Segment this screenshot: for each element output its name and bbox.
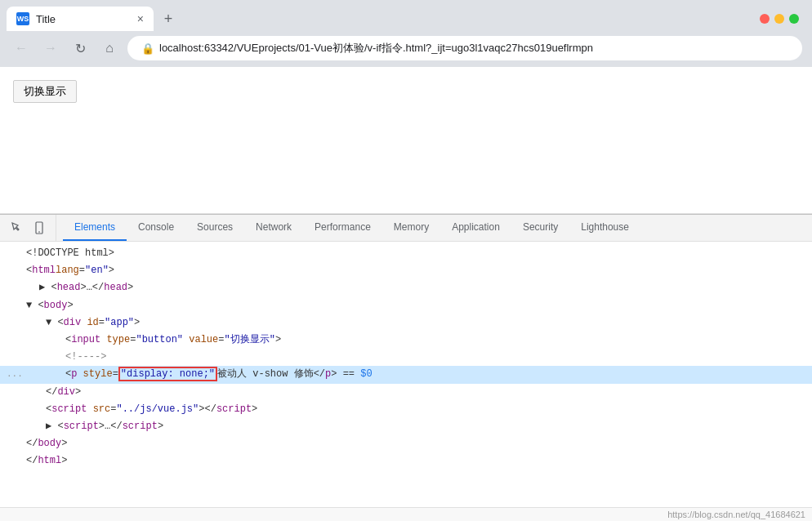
browser-window: WS Title × + ← → ↻ ⌂ 🔒 localhost:63342/V… [0,0,812,521]
address-bar: ← → ↻ ⌂ 🔒 localhost:63342/VUEprojects/01… [0,31,812,67]
tab-sources[interactable]: Sources [185,215,244,241]
tab-network[interactable]: Network [244,215,303,241]
home-button[interactable]: ⌂ [98,37,121,60]
devtools-tabs: Elements Console Sources Network Perform… [63,215,805,241]
code-line-script2[interactable]: ▶ <script>…</script> [0,418,812,435]
code-line-div-close: </div> [0,384,812,401]
devtools-panel: Elements Console Sources Network Perform… [0,214,812,507]
new-tab-button[interactable]: + [157,7,180,30]
tab-performance[interactable]: Performance [303,215,382,241]
tab-lighthouse[interactable]: Lighthouse [569,215,640,241]
code-line-script1: <script src="../js/vue.js"></script> [0,401,812,418]
code-line-doctype: <!DOCTYPE html> [0,245,812,262]
tab-memory[interactable]: Memory [382,215,440,241]
tab-elements[interactable]: Elements [63,215,127,241]
browser-tab[interactable]: WS Title × [7,7,154,31]
code-line-input: <input type="button" value="切换显示"> [0,332,812,349]
code-line-body-close: </body> [0,435,812,452]
page-content: 切换显示 [0,67,812,214]
lock-icon: 🔒 [141,42,154,55]
footer-watermark: https://blog.csdn.net/qq_41684621 [0,507,812,521]
code-line-html: <html lang="en"> [0,262,812,279]
code-line-div-open[interactable]: ▼ <div id="app"> [0,314,812,332]
tab-bar: WS Title × + [0,0,812,31]
favicon: WS [16,12,29,25]
window-close-button[interactable] [760,14,770,24]
code-line-p-highlighted[interactable]: ... <p style="display: none;"被动人 v-show … [0,366,812,383]
url-bar[interactable]: 🔒 localhost:63342/VUEprojects/01-Vue初体验/… [127,36,802,60]
tab-security[interactable]: Security [511,215,569,241]
devtools-toolbar: Elements Console Sources Network Perform… [0,215,812,242]
tab-title: Title [36,13,131,25]
toggle-display-button[interactable]: 切换显示 [13,80,77,103]
reload-button[interactable]: ↻ [69,37,91,60]
inspect-element-icon[interactable] [7,218,26,238]
tab-console[interactable]: Console [127,215,185,241]
tab-application[interactable]: Application [440,215,511,241]
url-text: localhost:63342/VUEprojects/01-Vue初体验/v-… [159,41,593,56]
code-line-comment: <!----> [0,349,812,366]
window-maximize-button[interactable] [789,14,799,24]
back-button[interactable]: ← [10,37,33,60]
code-line-body-open[interactable]: ▼ <body> [0,297,812,314]
devtools-code-panel: <!DOCTYPE html> <html lang="en"> ▶ <head… [0,242,812,507]
device-toolbar-icon[interactable] [29,218,49,238]
forward-button[interactable]: → [39,37,62,60]
window-minimize-button[interactable] [774,14,784,24]
window-controls [760,14,805,24]
devtools-icon-group [7,215,56,241]
code-line-head[interactable]: ▶ <head>…</head> [0,279,812,296]
code-line-html-close: </html> [0,452,812,470]
close-tab-button[interactable]: × [137,13,144,24]
